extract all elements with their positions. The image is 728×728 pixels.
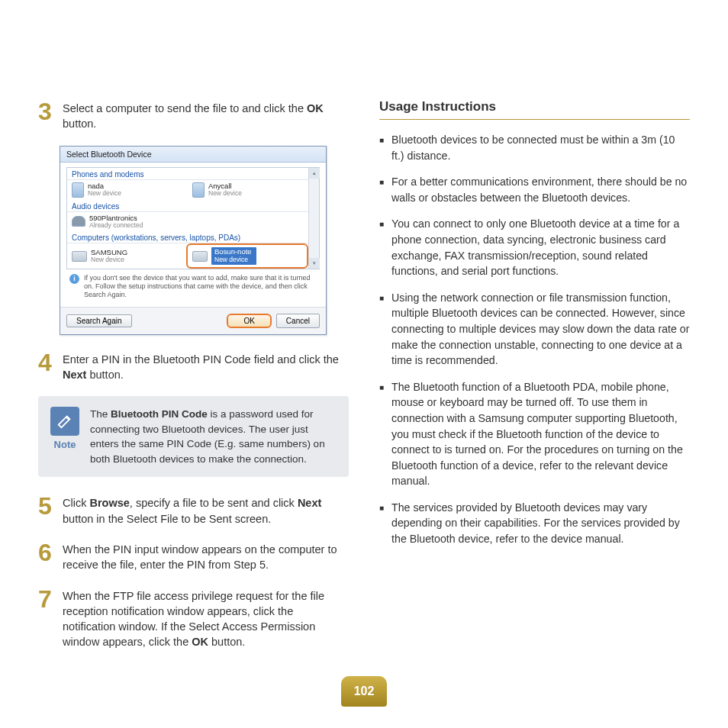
note-box: Note The Bluetooth PIN Code is a passwor… <box>38 396 349 477</box>
step-text: Enter a PIN in the Bluetooth PIN Code fi… <box>63 350 349 383</box>
step-7: 7 When the FTP file access privilege req… <box>38 587 349 650</box>
list-item: The services provided by Bluetooth devic… <box>379 500 690 547</box>
scrollbar[interactable]: ▴ ▾ <box>308 168 319 269</box>
right-column: Usage Instructions Bluetooth devices to … <box>379 99 690 664</box>
step-number: 5 <box>38 494 56 518</box>
list-item: You can connect to only one Bluetooth de… <box>379 216 690 279</box>
step-text: When the PIN input window appears on the… <box>63 540 349 573</box>
laptop-icon <box>192 251 208 262</box>
note-label: Note <box>50 439 79 450</box>
cancel-button[interactable]: Cancel <box>276 314 320 328</box>
list-item: For a better communications environment,… <box>379 174 690 205</box>
usage-bullets: Bluetooth devices to be connected must b… <box>379 132 690 547</box>
list-item: The Bluetooth function of a Bluetooth PD… <box>379 379 690 489</box>
device-plantronics[interactable]: 590Plantronics Already connected <box>67 212 308 232</box>
list-item: Using the network connection or file tra… <box>379 290 690 369</box>
device-list: ▴ ▾ Phones and modems nada New device <box>66 167 320 270</box>
scroll-down-icon[interactable]: ▾ <box>309 258 320 269</box>
step-number: 4 <box>38 350 56 375</box>
dialog-info: i If you don't see the device that you w… <box>66 269 320 306</box>
info-icon: i <box>69 274 79 284</box>
section-title: Usage Instructions <box>379 99 690 120</box>
page: 3 Select a computer to send the file to … <box>0 0 728 728</box>
ok-button[interactable]: OK <box>227 314 271 328</box>
headset-icon <box>72 216 85 227</box>
category-computers: Computers (workstations, servers, laptop… <box>67 231 308 243</box>
dialog-title: Select Bluetooth Device <box>60 147 326 163</box>
laptop-icon <box>72 251 87 262</box>
dialog-footer: Search Again OK Cancel <box>60 307 326 334</box>
step-3: 3 Select a computer to send the file to … <box>38 99 349 132</box>
category-audio: Audio devices <box>67 200 308 212</box>
left-column: 3 Select a computer to send the file to … <box>38 99 349 664</box>
list-item: Bluetooth devices to be connected must b… <box>379 132 690 163</box>
step-text: Click Browse, specify a file to be sent … <box>63 494 349 527</box>
phone-icon <box>72 182 84 198</box>
note-text: The Bluetooth PIN Code is a password use… <box>90 407 337 466</box>
step-number: 6 <box>38 540 56 565</box>
device-nada[interactable]: nada New device <box>67 180 188 200</box>
pencil-icon <box>50 407 79 436</box>
step-5: 5 Click Browse, specify a file to be sen… <box>38 494 349 527</box>
note-icon-block: Note <box>50 407 79 450</box>
category-phones: Phones and modems <box>67 168 308 180</box>
search-again-button[interactable]: Search Again <box>66 314 132 327</box>
page-number: 102 <box>341 676 387 707</box>
scroll-up-icon[interactable]: ▴ <box>309 168 320 179</box>
device-samsung[interactable]: SAMSUNG New device <box>67 243 186 269</box>
step-number: 7 <box>38 587 56 611</box>
step-4: 4 Enter a PIN in the Bluetooth PIN Code … <box>38 350 349 383</box>
device-anycall[interactable]: Anycall New device <box>188 180 308 200</box>
device-bosun-selected[interactable]: Bosun-note New device <box>186 243 308 269</box>
step-6: 6 When the PIN input window appears on t… <box>38 540 349 573</box>
phone-icon <box>192 182 205 198</box>
step-text: Select a computer to send the file to an… <box>63 99 349 132</box>
bluetooth-dialog: Select Bluetooth Device ▴ ▾ Phones and m… <box>60 146 327 335</box>
dialog-body: ▴ ▾ Phones and modems nada New device <box>60 163 326 307</box>
step-text: When the FTP file access privilege reque… <box>63 587 349 650</box>
step-number: 3 <box>38 99 56 124</box>
